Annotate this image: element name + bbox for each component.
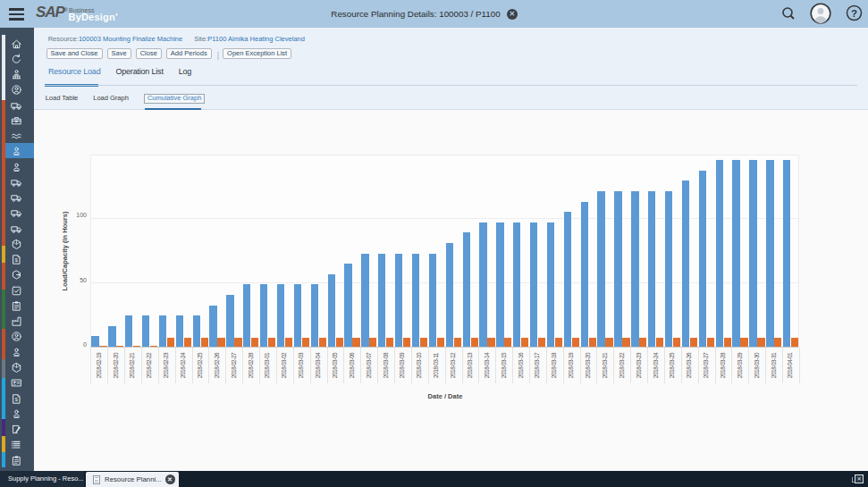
svg-text:$: $: [15, 397, 19, 402]
svg-text:$: $: [15, 257, 19, 263]
svg-text:?: ?: [851, 8, 857, 19]
